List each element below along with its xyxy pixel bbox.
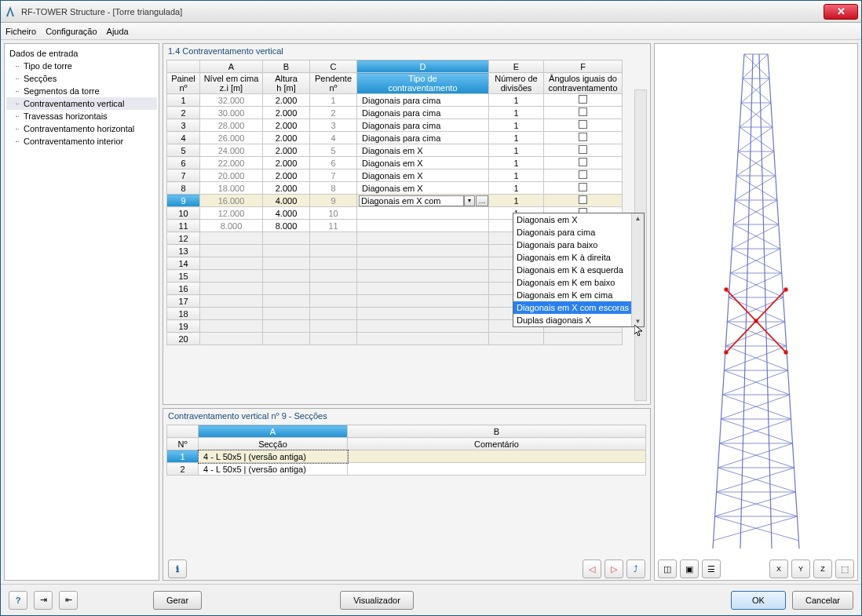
cell[interactable]: 2.000 [263,119,310,132]
cell[interactable]: 1 [489,182,544,195]
row-header[interactable]: 9 [167,195,200,207]
ok-button[interactable]: OK [731,591,786,610]
dropdown-option[interactable]: Diagonais em X [513,213,644,226]
menu-ajuda[interactable]: Ajuda [107,27,129,36]
sidebar-item[interactable]: Contraventamento interior [6,135,157,148]
cell[interactable] [544,132,623,144]
sidebar-item[interactable]: Segmentos da torre [6,85,157,97]
cell[interactable] [357,220,489,232]
cell[interactable]: 4 [310,132,357,144]
cell[interactable]: 26.000 [200,132,263,144]
sidebar-item[interactable]: Secções [6,72,157,85]
cell[interactable] [544,182,623,195]
cell[interactable]: 32.000 [200,94,263,107]
cell[interactable]: 2 [310,107,357,119]
dropdown-scrollbar[interactable]: ▲▼ [631,213,644,326]
cell[interactable]: 2.000 [263,182,310,195]
close-button[interactable]: ✕ [824,4,858,20]
bottom-grid[interactable]: ABNºSecçãoComentário14 - L 50x5 | (versã… [166,425,646,476]
dropdown-more-button[interactable]: … [476,195,488,206]
cell[interactable] [544,157,623,169]
row-header[interactable]: 18 [167,308,200,320]
row-header[interactable]: 1 [167,94,200,107]
cell[interactable]: 22.000 [200,157,263,169]
checkbox[interactable] [579,145,587,154]
cell[interactable]: 4.000 [263,207,310,220]
cell[interactable]: 10 [310,207,357,220]
cell[interactable] [348,463,646,476]
dropdown-option[interactable]: Diagonais para cima [513,226,644,239]
dropdown-option[interactable]: Diagonais em X com escoras [513,301,644,314]
cell[interactable]: Diagonais em X [357,144,489,157]
row-header[interactable]: 5 [167,144,200,157]
row-header[interactable]: 1 [167,450,199,463]
cell[interactable]: 4 - L 50x5 | (versão antiga) [199,463,348,476]
preview-canvas[interactable] [655,44,857,558]
menu-configuracao[interactable]: Configuração [46,27,97,36]
checkbox[interactable] [579,108,587,116]
row-header[interactable]: 7 [167,169,200,182]
cell[interactable]: 1 [489,157,544,169]
row-header[interactable]: 20 [167,333,200,345]
cell[interactable] [544,94,623,107]
checkbox[interactable] [579,170,587,179]
cell[interactable] [348,450,646,463]
row-header[interactable]: 16 [167,282,200,295]
cell[interactable]: 2.000 [263,107,310,119]
sidebar-item[interactable]: Travessas horizontais [6,110,157,122]
next-button[interactable]: ▷ [604,560,623,578]
cell[interactable]: 16.000 [200,195,263,207]
row-header[interactable]: 12 [167,232,200,245]
cell[interactable]: 2.000 [263,157,310,169]
row-header[interactable]: 19 [167,320,200,333]
cell[interactable]: 1 [489,144,544,157]
cell[interactable]: 2.000 [263,144,310,157]
gerar-button[interactable]: Gerar [153,591,202,610]
cell[interactable]: 18.000 [200,182,263,195]
cell[interactable]: Diagonais para cima [357,94,489,107]
row-header[interactable]: 6 [167,157,200,169]
cell[interactable]: 8.000 [200,220,263,232]
dropdown-option[interactable]: Diagonais em K à esquerda [513,264,644,276]
cell[interactable]: 11 [310,220,357,232]
cell[interactable]: Diagonais em X [357,182,489,195]
cell[interactable] [544,107,623,119]
row-header[interactable]: 8 [167,182,200,195]
sidebar-item[interactable]: Contraventamento vertical [6,97,157,110]
cell[interactable]: 30.000 [200,107,263,119]
cell[interactable]: Diagonais para cima [357,107,489,119]
dropdown-option[interactable]: Diagonais em K em baixo [513,276,644,289]
row-header[interactable]: 2 [167,107,200,119]
row-header[interactable]: 15 [167,270,200,282]
view-wire-button[interactable]: ☰ [702,560,721,578]
view-render-button[interactable]: ▣ [680,560,699,578]
dropdown-option[interactable]: Diagonais em K em cima [513,289,644,301]
cell[interactable]: 1 [489,107,544,119]
cell[interactable]: 2.000 [263,94,310,107]
cell[interactable]: 1 [489,119,544,132]
cell[interactable]: 1 [489,94,544,107]
dropdown-option[interactable]: Duplas diagonais X [513,314,644,326]
view-z-button[interactable]: Z [813,560,832,578]
cell[interactable]: 5 [310,144,357,157]
prev-button[interactable]: ◁ [583,560,601,578]
cell[interactable]: 8 [310,182,357,195]
cell[interactable]: 9 [310,195,357,207]
sidebar-item[interactable]: Contraventamento horizontal [6,122,157,135]
bracing-type-dropdown[interactable]: Diagonais em XDiagonais para cimaDiagona… [513,213,645,327]
cell[interactable]: 28.000 [200,119,263,132]
row-header[interactable]: 10 [167,207,200,220]
cell[interactable]: 2.000 [263,169,310,182]
cell[interactable]: 1 [489,169,544,182]
cell[interactable] [357,207,489,220]
row-header[interactable]: 2 [167,463,199,476]
goto-button[interactable]: ⤴ [626,560,645,578]
titlebar[interactable]: RF-TOWER Structure - [Torre triangulada]… [1,1,861,23]
view-x-button[interactable]: X [769,560,788,578]
row-header[interactable]: 17 [167,295,200,308]
checkbox[interactable] [579,95,587,104]
checkbox[interactable] [579,133,587,141]
checkbox[interactable] [579,120,587,129]
cell[interactable]: 3 [310,119,357,132]
view-y-button[interactable]: Y [791,560,810,578]
